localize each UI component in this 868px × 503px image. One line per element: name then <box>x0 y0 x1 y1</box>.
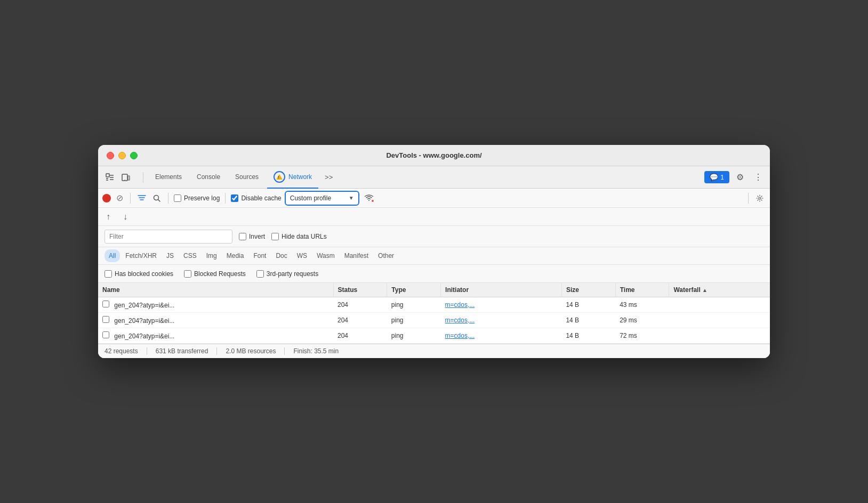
type-filter-css[interactable]: CSS <box>179 249 201 262</box>
title-bar: DevTools - www.google.com/ <box>98 145 770 166</box>
row-0-initiator[interactable]: m=cdos,... <box>441 297 562 313</box>
type-filter-ws[interactable]: WS <box>293 249 311 262</box>
disable-cache-label[interactable]: Disable cache <box>231 194 281 202</box>
svg-point-13 <box>759 197 761 199</box>
type-filter-wasm[interactable]: Wasm <box>312 249 339 262</box>
network-conditions-button[interactable] <box>363 192 375 205</box>
tab-console[interactable]: Console <box>190 166 227 189</box>
type-filter-fetch-xhr[interactable]: Fetch/XHR <box>121 249 161 262</box>
row-1-time: 29 ms <box>615 313 669 328</box>
download-har-button[interactable]: ↓ <box>119 211 131 223</box>
col-header-name[interactable]: Name <box>98 283 333 297</box>
col-header-type[interactable]: Type <box>387 283 441 297</box>
network-toolbar-row1: ⊘ Preserve log Disab <box>98 189 770 208</box>
row-1-name: gen_204?atyp=i&ei... <box>98 313 333 328</box>
col-header-time[interactable]: Time <box>615 283 669 297</box>
svg-line-10 <box>158 199 160 201</box>
clear-icon: ⊘ <box>116 193 123 203</box>
row-1-initiator[interactable]: m=cdos,... <box>441 313 562 328</box>
type-filter-media[interactable]: Media <box>222 249 248 262</box>
row-2-status: 204 <box>333 328 387 344</box>
search-button[interactable] <box>151 192 163 204</box>
type-filter-other[interactable]: Other <box>374 249 398 262</box>
traffic-lights <box>107 152 138 159</box>
has-blocked-cookies-label[interactable]: Has blocked cookies <box>105 270 173 278</box>
status-requests: 42 requests <box>105 347 147 355</box>
filter-input[interactable] <box>105 230 232 244</box>
net-divider-2 <box>168 193 168 204</box>
svg-point-8 <box>124 180 125 181</box>
status-finish: Finish: 35.5 min <box>293 347 347 355</box>
preserve-log-checkbox[interactable] <box>174 194 181 202</box>
upload-har-button[interactable]: ↑ <box>102 211 114 223</box>
svg-rect-7 <box>128 176 130 180</box>
network-warning-circle <box>274 171 285 183</box>
hide-data-urls-label[interactable]: Hide data URLs <box>271 233 327 240</box>
devtools-more-button[interactable]: ⋮ <box>751 170 766 185</box>
tab-sources[interactable]: Sources <box>229 166 265 189</box>
type-filter-manifest[interactable]: Manifest <box>340 249 373 262</box>
row-2-name: gen_204?atyp=i&ei... <box>98 328 333 344</box>
type-filter-bar: All Fetch/XHR JS CSS Img Media Font Doc … <box>98 247 770 265</box>
has-blocked-cookies-checkbox[interactable] <box>105 270 112 278</box>
close-button[interactable] <box>107 152 114 159</box>
table-row[interactable]: gen_204?atyp=i&ei... 204 ping m=cdos,... <box>98 297 770 313</box>
blocked-bar: Has blocked cookies Blocked Requests 3rd… <box>98 265 770 283</box>
type-filter-js[interactable]: JS <box>162 249 178 262</box>
row-0-waterfall <box>669 297 770 313</box>
blocked-requests-label[interactable]: Blocked Requests <box>184 270 246 278</box>
record-button[interactable] <box>102 194 111 202</box>
devtools-window: DevTools - www.google.com/ <box>98 145 770 358</box>
row-0-type: ping <box>387 297 441 313</box>
devtools-settings-button[interactable]: ⚙ <box>733 170 748 185</box>
dropdown-arrow-icon: ▼ <box>349 195 354 201</box>
row-1-size: 14 B <box>561 313 615 328</box>
disable-cache-checkbox[interactable] <box>231 194 238 202</box>
col-header-waterfall[interactable]: Waterfall ▲ <box>669 283 770 297</box>
custom-profile-dropdown[interactable]: Custom profile ▼ <box>285 191 359 206</box>
row-1-waterfall <box>669 313 770 328</box>
col-header-initiator[interactable]: Initiator <box>441 283 562 297</box>
tab-more-button[interactable]: >> <box>320 166 337 189</box>
clear-button[interactable]: ⊘ <box>114 193 125 204</box>
tab-elements[interactable]: Elements <box>149 166 188 189</box>
download-icon: ↓ <box>123 212 127 222</box>
tab-divider-1 <box>143 172 143 183</box>
network-settings-button[interactable] <box>754 192 766 204</box>
invert-checkbox[interactable] <box>239 233 246 240</box>
third-party-label[interactable]: 3rd-party requests <box>256 270 318 278</box>
tab-network[interactable]: Network <box>267 166 318 189</box>
invert-label[interactable]: Invert <box>239 233 265 240</box>
warning-triangle-icon <box>276 174 283 180</box>
status-transferred: 631 kB transferred <box>156 347 218 355</box>
table-row[interactable]: gen_204?atyp=i&ei... 204 ping m=cdos,... <box>98 328 770 344</box>
col-header-status[interactable]: Status <box>333 283 387 297</box>
row-0-checkbox[interactable] <box>102 301 109 307</box>
upload-icon: ↑ <box>106 212 110 222</box>
maximize-button[interactable] <box>130 152 138 159</box>
type-filter-doc[interactable]: Doc <box>271 249 291 262</box>
col-header-size[interactable]: Size <box>561 283 615 297</box>
row-2-size: 14 B <box>561 328 615 344</box>
device-toggle-button[interactable] <box>118 170 133 185</box>
filter-button[interactable] <box>136 192 148 204</box>
row-2-initiator[interactable]: m=cdos,... <box>441 328 562 344</box>
inspect-element-button[interactable] <box>102 170 117 185</box>
type-filter-all[interactable]: All <box>105 249 120 262</box>
table-body: gen_204?atyp=i&ei... 204 ping m=cdos,... <box>98 297 770 344</box>
third-party-checkbox[interactable] <box>256 270 264 278</box>
filter-bar: Invert Hide data URLs <box>98 226 770 247</box>
blocked-requests-checkbox[interactable] <box>184 270 191 278</box>
minimize-button[interactable] <box>118 152 126 159</box>
row-1-checkbox[interactable] <box>102 316 109 323</box>
row-2-checkbox[interactable] <box>102 331 109 338</box>
type-filter-font[interactable]: Font <box>249 249 270 262</box>
hide-data-urls-checkbox[interactable] <box>271 233 279 240</box>
type-filter-img[interactable]: Img <box>202 249 221 262</box>
row-0-time: 43 ms <box>615 297 669 313</box>
status-resources: 2.0 MB resources <box>226 347 285 355</box>
preserve-log-label[interactable]: Preserve log <box>174 194 220 202</box>
window-title: DevTools - www.google.com/ <box>386 151 481 159</box>
table-row[interactable]: gen_204?atyp=i&ei... 204 ping m=cdos,... <box>98 313 770 328</box>
feedback-button[interactable]: 💬 1 <box>704 171 729 183</box>
